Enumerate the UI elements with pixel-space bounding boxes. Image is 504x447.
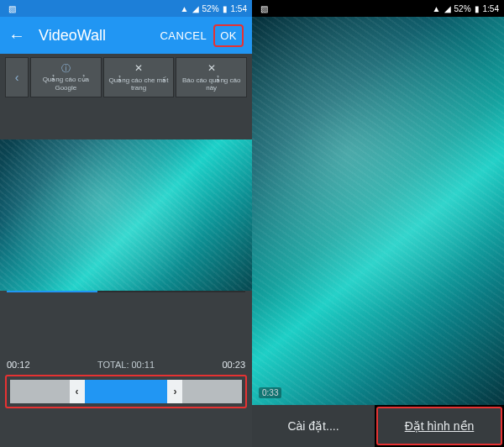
ok-button[interactable]: OK [213,24,244,47]
ad-prev-button[interactable]: ‹ [5,57,29,97]
progress-track[interactable] [7,291,245,292]
wifi-icon: ▲ [181,4,189,13]
trim-handle-right[interactable]: › [167,380,182,403]
picture-icon: ▧ [260,4,268,13]
status-bar-left: ▧ ▲ ◢ 52% ▮ 1:54 [0,0,252,17]
time-end: 00:23 [222,360,245,370]
ad-label: Quảng cáo che mất trang [104,76,174,92]
trim-slider[interactable]: ‹ › [10,380,242,403]
ad-cell-cover[interactable]: ✕ Quảng cáo che mất trang [103,57,175,97]
app-bar: ← VideoWall CANCEL OK [0,17,252,54]
settings-button[interactable]: Cài đặt.... [252,405,375,447]
wifi-icon: ▲ [433,4,441,13]
time-row: 00:12 TOTAL: 00:11 00:23 [0,356,252,373]
set-wallpaper-label: Đặt hình nền [405,419,475,433]
ad-label: Báo cáo quảng cáo này [176,76,246,92]
back-icon[interactable]: ← [8,26,25,45]
video-preview[interactable] [0,139,252,291]
ad-cell-google[interactable]: ⓘ Quảng cáo của Google [30,57,102,97]
ad-banner: ‹ ⓘ Quảng cáo của Google ✕ Quảng cáo che… [5,57,247,97]
info-icon: ⓘ [61,63,71,74]
cancel-button[interactable]: CANCEL [153,24,213,47]
signal-icon: ◢ [192,4,199,13]
time-total: TOTAL: 00:11 [30,360,223,370]
trim-handle-left[interactable]: ‹ [70,380,85,403]
picture-icon: ▧ [8,4,16,13]
trim-after [182,380,242,403]
overlay-time: 0:33 [259,387,281,398]
signal-icon: ◢ [444,4,451,13]
battery-icon: ▮ [475,4,480,13]
close-icon: ✕ [134,62,143,74]
set-wallpaper-button[interactable]: Đặt hình nền [376,407,502,445]
progress-fill [7,291,97,292]
bottom-actions: Cài đặt.... Đặt hình nền [252,405,504,447]
time-start: 00:12 [7,360,30,370]
ad-cell-report[interactable]: ✕ Báo cáo quảng cáo này [176,57,247,97]
status-bar-right: ▧ ▲ ◢ 52% ▮ 1:54 [252,0,504,17]
app-title: VideoWall [39,27,153,45]
battery-icon: ▮ [223,4,228,13]
trim-selection[interactable] [85,380,168,403]
clock-text: 1:54 [231,4,247,13]
wallpaper-preview[interactable] [252,17,504,405]
trim-before [10,380,70,403]
ad-label: Quảng cáo của Google [31,76,101,92]
trim-highlight: ‹ › [5,375,247,408]
battery-text: 52% [454,4,471,13]
clock-text: 1:54 [483,4,499,13]
close-icon: ✕ [207,62,216,74]
settings-label: Cài đặt.... [287,419,339,433]
battery-text: 52% [202,4,219,13]
